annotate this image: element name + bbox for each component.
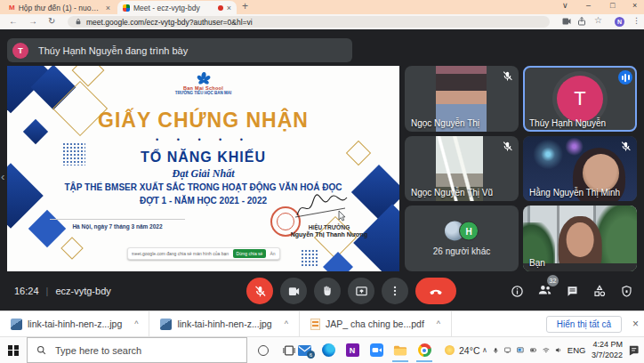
tray-wifi-icon[interactable]	[543, 345, 550, 355]
camera-icon	[287, 285, 301, 298]
participant-tile[interactable]: Ngọc Nguyễn Thị Vũ	[405, 136, 519, 202]
tray-volume-icon[interactable]	[555, 345, 561, 355]
present-icon	[355, 285, 368, 298]
meet-stage: T Thúy Hạnh Nguyễn đang trình bày ‹	[0, 29, 644, 311]
tab-title: Meet - ecz-vytg-bdy	[133, 4, 214, 12]
activities-button[interactable]	[592, 284, 607, 298]
hide-share-bar-button[interactable]: Ẩn	[270, 251, 275, 256]
close-icon[interactable]: ×	[227, 4, 231, 12]
bookmark-star-icon[interactable]: ☆	[594, 15, 602, 25]
tab-gmail[interactable]: M Hộp thư đến (1) - nuongntt@ba ×	[4, 1, 116, 14]
close-icon[interactable]: ×	[106, 4, 110, 12]
more-options-button[interactable]	[382, 278, 408, 304]
forward-button[interactable]: →	[28, 16, 37, 26]
share-icon[interactable]	[576, 16, 587, 27]
tray-battery-icon[interactable]	[530, 345, 537, 355]
camera-button[interactable]	[280, 278, 307, 304]
participant-name: Thúy Hạnh Nguyễn	[529, 118, 606, 128]
more-icon	[389, 285, 401, 297]
mail-app-button[interactable]: 6	[297, 342, 311, 359]
downloads-bar: link-tai-hinh-nen-z...jpg ^ link-tai-hin…	[0, 311, 644, 336]
mail-badge: 6	[307, 351, 315, 359]
chat-button[interactable]	[566, 285, 579, 298]
start-button[interactable]	[0, 337, 27, 363]
tray-device-icon[interactable]	[504, 345, 511, 355]
browser-menu-icon[interactable]: ⋮	[632, 16, 640, 25]
chrome-icon	[418, 343, 431, 357]
mic-muted-icon	[254, 285, 267, 298]
certificate-dots: • • • • •	[7, 135, 399, 144]
school-logo-icon	[195, 72, 213, 85]
present-screen-button[interactable]	[348, 278, 374, 304]
download-caret-icon[interactable]: ^	[437, 319, 440, 328]
previous-slide-chevron[interactable]: ‹	[1, 170, 4, 183]
meeting-code: ecz-vytg-bdy	[55, 286, 110, 296]
lock-icon	[75, 18, 82, 26]
onenote-app-button[interactable]: N	[345, 342, 359, 359]
certificate-group: TỔ NĂNG KHIẾU	[7, 149, 399, 165]
language-indicator[interactable]: ENG	[568, 345, 586, 355]
taskbar-search[interactable]	[27, 337, 247, 363]
mic-muted-icon	[502, 141, 513, 152]
self-tile[interactable]: Bạn	[523, 206, 637, 271]
browser-toolbar: ← → ↻ meet.google.com/ecz-vytg-bdy?authu…	[0, 14, 644, 29]
taskbar-clock[interactable]: 4:24 PM 3/7/2022	[592, 340, 623, 360]
participant-tile[interactable]: Ngọc Nguyễn Thị	[405, 66, 519, 132]
action-center-button[interactable]	[628, 344, 640, 356]
reload-button[interactable]: ↻	[48, 16, 55, 26]
certificate-title: GIẤY CHỨNG NHẬN	[7, 109, 399, 133]
host-controls-button[interactable]	[620, 285, 633, 298]
participant-tile-speaking[interactable]: T Thúy Hạnh Nguyễn	[523, 66, 637, 132]
chrome-app-button[interactable]	[417, 342, 431, 359]
screen: M Hộp thư đến (1) - nuongntt@ba × Meet -…	[0, 0, 644, 363]
cortana-button[interactable]	[258, 345, 269, 356]
address-bar[interactable]: meet.google.com/ecz-vytg-bdy?authuser=0&…	[68, 16, 550, 28]
search-input[interactable]	[53, 344, 237, 357]
profile-avatar[interactable]: N	[615, 17, 624, 27]
taskbar-weather[interactable]: 24°C	[445, 337, 479, 363]
others-tile[interactable]: H 26 người khác	[405, 206, 519, 271]
window-chevron-icon[interactable]: ∨	[562, 1, 568, 10]
tray-expand-chevron[interactable]: ∧	[482, 346, 487, 354]
stop-sharing-button[interactable]: Dừng chia sẻ	[233, 249, 267, 258]
participant-name: Hằng Nguyễn Thị Minh	[529, 188, 620, 198]
window-close-button[interactable]: ×	[632, 1, 637, 10]
school-logo-block: Ban Mai School TRƯỜNG TIỂU HỌC BAN MAI	[7, 72, 399, 95]
download-caret-icon[interactable]: ^	[134, 319, 138, 328]
tab-media-camera-icon[interactable]	[561, 16, 572, 27]
end-call-button[interactable]	[415, 278, 456, 304]
people-button[interactable]: 32	[537, 282, 552, 301]
image-file-icon	[160, 319, 172, 330]
raise-hand-button[interactable]	[314, 278, 341, 304]
download-filename: link-tai-hinh-nen-z...jpg	[28, 319, 122, 329]
download-item[interactable]: link-tai-hinh-nen-z...jpg ^	[149, 311, 299, 336]
show-all-downloads-button[interactable]: Hiển thị tất cả	[546, 316, 622, 333]
url-text: meet.google.com/ecz-vytg-bdy?authuser=0&…	[86, 18, 253, 27]
close-downloads-bar-icon[interactable]: ×	[632, 318, 639, 330]
meeting-time: 16:24	[14, 286, 39, 296]
meeting-info: 16:24 | ecz-vytg-bdy	[14, 271, 111, 311]
task-view-button[interactable]	[283, 344, 295, 357]
window-minimize-button[interactable]: –	[586, 1, 591, 10]
new-tab-button[interactable]: +	[242, 0, 248, 12]
file-explorer-button[interactable]	[393, 342, 407, 359]
back-button[interactable]: ←	[9, 16, 18, 26]
mic-muted-button[interactable]	[246, 278, 273, 304]
tray-display-icon[interactable]	[517, 345, 524, 355]
download-caret-icon[interactable]: ^	[285, 319, 288, 328]
download-item[interactable]: JAP_ cha ching be...pdf ^	[300, 311, 452, 336]
signer-title: HIỆU TRƯỞNG	[274, 224, 384, 230]
window-maximize-button[interactable]: □	[610, 1, 615, 10]
zoom-app-button[interactable]	[369, 342, 383, 359]
open-app-indicator	[392, 360, 408, 362]
divider: |	[46, 286, 49, 296]
tab-meet[interactable]: Meet - ecz-vytg-bdy ×	[117, 1, 237, 14]
tray-mic-icon[interactable]	[493, 345, 499, 356]
edge-app-button[interactable]	[321, 342, 335, 359]
download-item[interactable]: link-tai-hinh-nen-z...jpg ^	[0, 311, 149, 336]
taskbar-apps: 6 N	[297, 337, 431, 363]
presentation-certificate[interactable]: Ban Mai School TRƯỜNG TIỂU HỌC BAN MAI G…	[7, 66, 399, 271]
info-button[interactable]	[511, 285, 524, 298]
participant-tile[interactable]: Hằng Nguyễn Thị Minh	[523, 136, 637, 202]
certificate-date: Hà Nội, ngày 7 tháng 3 năm 2022	[50, 219, 185, 230]
